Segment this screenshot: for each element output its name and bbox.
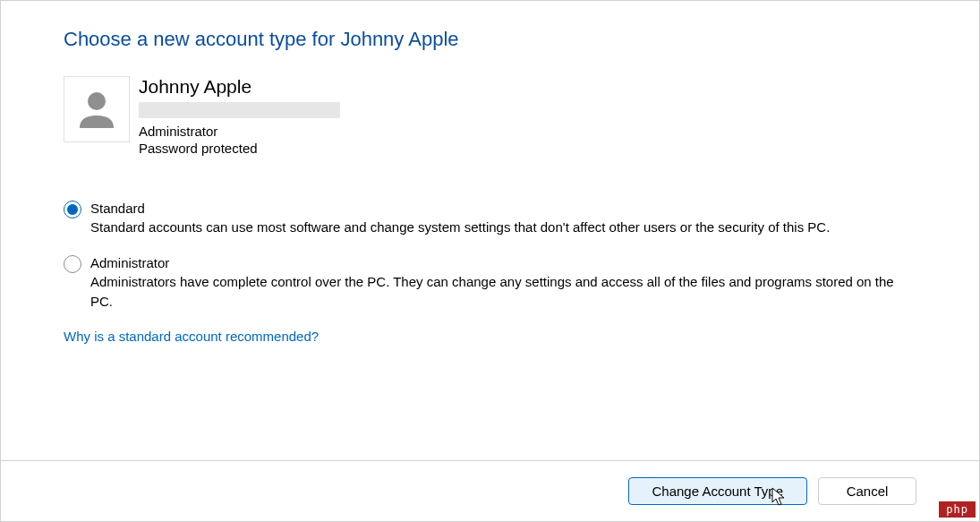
watermark: php [939, 501, 976, 518]
radio-input-administrator[interactable] [64, 255, 81, 273]
page-title: Choose a new account type for Johnny App… [64, 28, 916, 51]
user-info-block: Johnny Apple Administrator Password prot… [64, 76, 916, 156]
user-icon [72, 85, 121, 133]
radio-option-administrator[interactable]: Administrator Administrators have comple… [64, 255, 916, 312]
user-email-redacted [139, 102, 340, 118]
radio-desc-administrator: Administrators have complete control ove… [90, 272, 916, 312]
footer-bar: Change Account Type Cancel [1, 460, 979, 521]
user-name: Johnny Apple [139, 76, 340, 98]
user-password-status: Password protected [139, 141, 340, 156]
avatar [64, 76, 130, 142]
radio-desc-standard: Standard accounts can use most software … [90, 218, 916, 237]
user-role: Administrator [139, 124, 340, 139]
help-link[interactable]: Why is a standard account recommended? [64, 329, 319, 344]
radio-label-administrator: Administrator [90, 255, 916, 270]
radio-option-standard[interactable]: Standard Standard accounts can use most … [64, 201, 916, 237]
svg-point-0 [88, 92, 106, 110]
radio-input-standard[interactable] [64, 201, 81, 218]
change-account-type-button[interactable]: Change Account Type [628, 477, 808, 505]
cancel-button[interactable]: Cancel [818, 477, 916, 505]
radio-label-standard: Standard [90, 201, 916, 216]
account-type-radio-group: Standard Standard accounts can use most … [64, 201, 916, 311]
